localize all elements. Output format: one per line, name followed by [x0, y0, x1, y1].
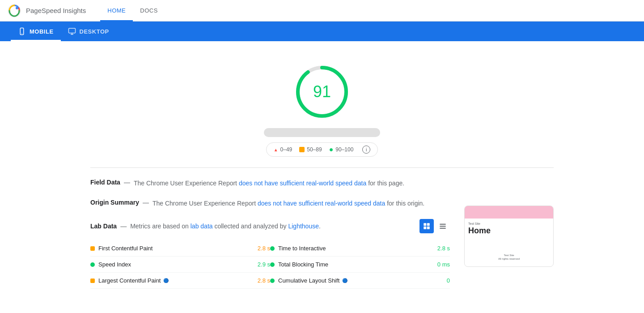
left-panel: Field Data — The Chrome User Experience …: [90, 179, 450, 300]
desktop-tab[interactable]: DESKTOP: [61, 21, 116, 41]
field-data-title-row: Field Data — The Chrome User Experience …: [90, 179, 450, 188]
metric-name-si: Speed Index: [98, 261, 250, 268]
metric-row: Total Blocking Time 0 ms: [270, 257, 450, 273]
screenshot-top-bar: [465, 206, 553, 219]
score-section: 91 ▲ 0–49 50–89 ● 90–100 i: [90, 52, 554, 164]
svg-rect-13: [440, 224, 446, 225]
app-logo-icon: [7, 4, 21, 18]
device-bar: MOBILE DESKTOP: [0, 21, 644, 41]
lab-data-dash: —: [120, 223, 127, 230]
metric-value-fcp: 2.8 s: [258, 245, 270, 252]
legend-warn: 50–89: [299, 146, 322, 153]
svg-rect-9: [424, 223, 426, 226]
url-bar: [264, 128, 380, 137]
score-legend: ▲ 0–49 50–89 ● 90–100 i: [266, 142, 378, 157]
metric-row: First Contentful Paint 2.8 s: [90, 240, 270, 257]
main-content: 91 ▲ 0–49 50–89 ● 90–100 i: [76, 41, 568, 310]
cls-bookmark-icon: 🔵: [342, 278, 347, 283]
content-area: Field Data — The Chrome User Experience …: [90, 172, 554, 300]
field-data-dash: —: [124, 179, 130, 186]
svg-rect-10: [427, 223, 430, 226]
view-toggle: [419, 219, 450, 233]
origin-summary-desc: The Chrome User Experience Report does n…: [153, 199, 424, 208]
pass-range: 90–100: [335, 146, 353, 153]
metric-name-fcp: First Contentful Paint: [98, 245, 250, 252]
metric-value-tbt: 0 ms: [437, 261, 450, 268]
svg-rect-14: [440, 226, 446, 227]
field-data-section: Field Data — The Chrome User Experience …: [90, 179, 450, 188]
metric-row: Speed Index 2.9 s: [90, 257, 270, 273]
origin-dash: —: [143, 199, 149, 206]
svg-point-1: [16, 7, 18, 9]
metric-row: Cumulative Layout Shift 🔵 0: [270, 273, 450, 289]
metric-name-lcp: Largest Contentful Paint 🔵: [98, 277, 250, 284]
metric-indicator-si: [90, 262, 95, 267]
warn-icon: [299, 147, 305, 152]
fail-range: 0–49: [280, 146, 292, 153]
nav-docs[interactable]: DOCS: [133, 0, 165, 21]
nav-links: HOME DOCS: [100, 0, 165, 21]
mobile-tab-label: MOBILE: [30, 28, 54, 35]
metric-value-lcp: 2.8 s: [258, 277, 270, 284]
grid-icon: [423, 222, 431, 230]
desktop-icon: [68, 27, 76, 35]
screenshot-page-title: Home: [468, 226, 550, 236]
svg-rect-12: [427, 227, 430, 229]
desktop-tab-label: DESKTOP: [80, 28, 109, 35]
divider-1: [90, 167, 554, 168]
origin-summary-title-row: Origin Summary — The Chrome User Experie…: [90, 199, 450, 208]
legend-info-button[interactable]: i: [362, 146, 370, 154]
metric-value-tti: 2.8 s: [437, 245, 450, 252]
mobile-icon: [18, 27, 26, 35]
metric-indicator-fcp: [90, 246, 95, 251]
fail-icon: ▲: [274, 147, 278, 152]
metric-indicator-lcp: [90, 279, 95, 283]
nav-home[interactable]: HOME: [100, 0, 133, 21]
metric-name-cls: Cumulative Layout Shift 🔵: [278, 277, 440, 284]
screenshot-content: Test Site Home: [465, 219, 553, 250]
logo-area: PageSpeed Insights: [7, 4, 86, 18]
list-view-button[interactable]: [436, 219, 450, 233]
metric-value-si: 2.9 s: [258, 261, 270, 268]
metric-indicator-cls: [270, 279, 275, 283]
svg-rect-4: [68, 28, 75, 33]
metric-row: Time to Interactive 2.8 s: [270, 240, 450, 257]
origin-summary-title: Origin Summary: [90, 199, 139, 206]
screenshot-footer: Test Site All rights reserved: [465, 250, 553, 266]
metric-indicator-tti: [270, 246, 275, 251]
list-icon: [439, 222, 447, 230]
legend-pass: ● 90–100: [329, 146, 354, 153]
lab-data-link2[interactable]: Lighthouse: [288, 223, 319, 230]
svg-rect-15: [440, 228, 446, 229]
svg-rect-11: [424, 227, 426, 229]
field-data-link[interactable]: does not have sufficient real-world spee…: [239, 180, 366, 187]
origin-summary-link[interactable]: does not have sufficient real-world spee…: [258, 200, 385, 207]
lcp-bookmark-icon: 🔵: [163, 278, 169, 283]
top-navigation: PageSpeed Insights HOME DOCS: [0, 0, 644, 21]
origin-summary-section: Origin Summary — The Chrome User Experie…: [90, 199, 450, 208]
field-data-title: Field Data: [90, 179, 120, 186]
lab-data-title: Lab Data: [90, 223, 117, 230]
mobile-tab[interactable]: MOBILE: [11, 21, 61, 41]
lab-data-header: Lab Data — Metrics are based on lab data…: [90, 219, 450, 233]
grid-view-button[interactable]: [419, 219, 434, 233]
screenshot-panel: Test Site Home Test Site All rights rese…: [464, 206, 554, 267]
app-name: PageSpeed Insights: [26, 7, 86, 14]
pass-icon: ●: [329, 146, 334, 153]
field-data-desc: The Chrome User Experience Report does n…: [134, 179, 404, 188]
metric-name-tbt: Total Blocking Time: [278, 261, 430, 268]
warn-range: 50–89: [307, 146, 322, 153]
metrics-grid: First Contentful Paint 2.8 s Time to Int…: [90, 240, 450, 289]
lab-data-section: Lab Data — Metrics are based on lab data…: [90, 219, 450, 289]
lab-data-desc: Metrics are based on lab data collected …: [130, 222, 321, 231]
metric-indicator-tbt: [270, 262, 275, 267]
metric-value-cls: 0: [447, 277, 450, 284]
lab-data-left: Lab Data — Metrics are based on lab data…: [90, 222, 321, 231]
screenshot-site-label: Test Site: [468, 222, 550, 225]
metric-name-tti: Time to Interactive: [278, 245, 430, 252]
lab-data-link1[interactable]: lab data: [191, 223, 213, 230]
score-circle: 91: [293, 63, 351, 121]
score-value: 91: [313, 82, 331, 101]
metric-row: Largest Contentful Paint 🔵 2.8 s: [90, 273, 270, 289]
legend-fail: ▲ 0–49: [274, 146, 292, 153]
